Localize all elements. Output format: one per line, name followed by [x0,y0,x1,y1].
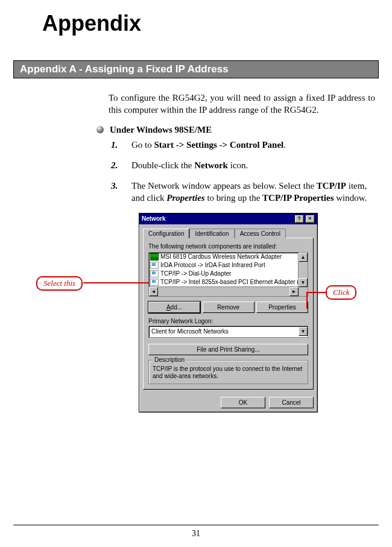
combo-value: Client for Microsoft Networks [149,328,299,335]
add-button[interactable]: AAdd...dd... [148,302,200,313]
list-item[interactable]: TCP/IP -> Intel 8255x-based PCI Ethernet… [149,278,299,286]
dialog-titlebar: Network ? × [139,213,317,224]
tab-access-control[interactable]: Access Control [235,229,286,238]
cancel-button[interactable]: Cancel [269,397,314,408]
remove-button[interactable]: Remove [203,302,254,313]
text: . [283,140,286,150]
file-print-sharing-button[interactable]: File and Print Sharing... [148,344,308,355]
step-2: 2. Double-click the Network icon. [111,159,375,171]
callout-select-this: Select this [36,276,83,291]
network-dialog: Network ? × Configuration Identification… [139,213,318,413]
chapter-title: Appendix [42,11,392,36]
text: Double-click the [131,160,194,170]
description-text: TCP/IP is the protocol you use to connec… [153,365,304,380]
step-number: 3. [111,180,131,204]
list-item-label: TCP/IP -> Dial-Up Adapter [160,270,231,277]
footer-rule [13,525,379,525]
components-caption: The following network components are ins… [148,243,308,250]
text: to bring up the [205,193,262,203]
close-button[interactable]: × [305,215,315,223]
text-bold: TCP/IP Properties [262,193,334,203]
subheading-row: Under Windows 98SE/ME [96,125,375,135]
groupbox-title: Description [153,356,186,363]
text: Go to [131,140,154,150]
list-item[interactable]: TCP/IP -> Dial-Up Adapter [149,270,299,278]
list-item[interactable]: MSI 6819 Cardbus Wireless Network Adapte… [149,253,299,261]
dialog-title-text: Network [142,215,165,222]
bullet-sphere-icon [96,126,104,133]
ok-button[interactable]: OK [221,397,265,408]
help-button[interactable]: ? [294,215,304,223]
step-text: The Network window appears as below. Sel… [131,180,375,204]
horizontal-scrollbar[interactable]: ◄ ► [149,286,299,296]
scroll-right-button[interactable]: ► [289,287,299,296]
tab-identification[interactable]: Identification [189,229,234,238]
protocol-icon [150,279,159,286]
text: window. [334,193,367,203]
step-number: 1. [111,139,131,151]
step-text: Double-click the Network icon. [131,159,375,171]
callout-click: Click [326,285,356,300]
dialog-screenshot: Network ? × Configuration Identification… [139,213,317,413]
adapter-icon [150,253,159,261]
tab-configuration[interactable]: Configuration [143,229,189,238]
logon-combo[interactable]: Client for Microsoft Networks ▼ [148,326,308,338]
callout-line-icon [83,282,150,283]
section-heading-text: Appendix A - Assigning a Fixed IP Addres… [20,63,229,75]
callout-line-icon [306,292,308,309]
text-bold: Start -> Settings -> Control Panel [154,140,284,150]
section-heading-bar: Appendix A - Assigning a Fixed IP Addres… [13,60,379,78]
list-item-label: IrDA Protocol -> IrDA Fast Infrared Port [160,262,265,268]
steps-list: 1. Go to Start -> Settings -> Control Pa… [111,139,375,204]
text-bold: TCP/IP [317,181,346,191]
text: icon. [228,160,248,170]
scroll-left-button[interactable]: ◄ [149,287,158,296]
text: The Network window appears as below. Sel… [131,181,317,191]
text-bold: Network [194,160,228,170]
list-item-label: MSI 6819 Cardbus Wireless Network Adapte… [160,253,282,260]
list-item-label: TCP/IP -> Intel 8255x-based PCI Ethernet… [160,279,299,285]
scroll-down-button[interactable]: ▼ [299,278,308,287]
list-item[interactable]: IrDA Protocol -> IrDA Fast Infrared Port [149,261,299,270]
step-3: 3. The Network window appears as below. … [111,180,375,204]
logon-label: Primary Network Logon: [148,318,308,324]
vertical-scrollbar[interactable]: ▲ ▼ [298,253,308,287]
protocol-icon [150,262,159,269]
text-italic: Properties [166,193,204,203]
callout-line-icon [308,292,326,293]
step-1: 1. Go to Start -> Settings -> Control Pa… [111,139,375,151]
intro-paragraph: To configure the RG54G2, you will need t… [109,92,375,116]
tab-panel: The following network components are ins… [143,238,314,390]
step-number: 2. [111,159,131,171]
tab-strip: Configuration Identification Access Cont… [143,228,314,238]
properties-button[interactable]: Properties [256,302,308,313]
page-number: 31 [0,529,392,539]
scroll-up-button[interactable]: ▲ [299,253,308,262]
description-groupbox: Description TCP/IP is the protocol you u… [148,360,308,384]
subheading-text: Under Windows 98SE/ME [110,125,212,135]
step-text: Go to Start -> Settings -> Control Panel… [131,139,375,151]
components-listbox[interactable]: MSI 6819 Cardbus Wireless Network Adapte… [148,252,308,297]
protocol-icon [150,270,159,277]
combo-dropdown-button[interactable]: ▼ [299,327,308,336]
